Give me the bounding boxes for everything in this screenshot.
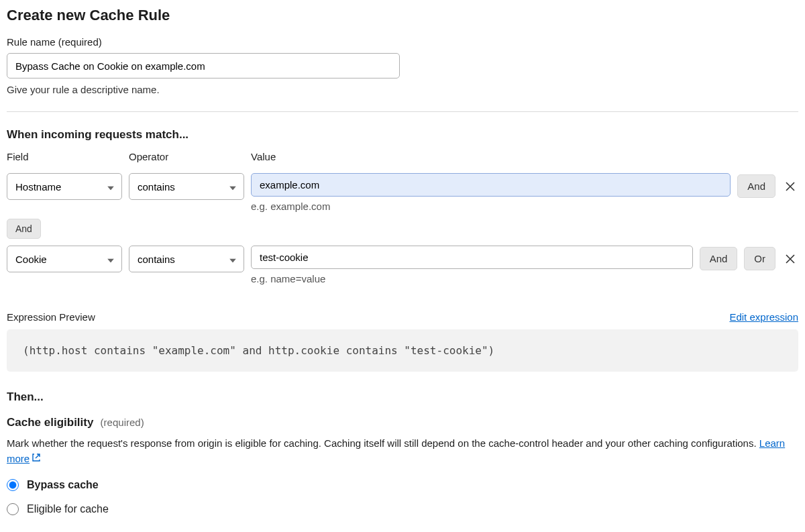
external-link-icon [32,451,41,467]
field-select-0[interactable]: Hostname [7,173,122,200]
value-column-header: Value [251,151,798,162]
and-button-0[interactable]: And [737,174,775,198]
eligible-cache-label[interactable]: Eligible for cache [27,503,109,515]
required-tag: (required) [101,417,144,428]
cache-eligibility-title: Cache eligibility [7,416,93,429]
operator-select-1[interactable]: contains [129,246,244,272]
field-column-header: Field [7,151,122,162]
operator-column-header: Operator [129,151,244,162]
operator-select-0[interactable]: contains [129,173,244,200]
connector-and-button[interactable]: And [7,219,41,239]
close-icon [785,254,796,264]
value-hint-1: e.g. name=value [251,273,693,284]
rule-name-input[interactable] [7,53,400,78]
eligible-cache-radio[interactable] [7,503,19,515]
bypass-cache-radio[interactable] [7,479,19,491]
field-select-1[interactable]: Cookie [7,246,122,272]
value-input-1[interactable] [251,246,693,269]
remove-row-0[interactable] [782,178,798,195]
rule-name-label: Rule name (required) [7,36,798,48]
edit-expression-link[interactable]: Edit expression [729,311,798,323]
remove-row-1[interactable] [782,251,798,267]
then-heading: Then... [7,390,798,404]
divider [7,111,798,112]
match-heading: When incoming requests match... [7,128,798,142]
or-button-1[interactable]: Or [744,247,775,270]
close-icon [785,181,796,192]
bypass-cache-label[interactable]: Bypass cache [27,479,99,491]
expression-preview-label: Expression Preview [7,311,95,323]
page-title: Create new Cache Rule [7,7,798,24]
eligibility-description: Mark whether the request's response from… [7,436,798,467]
rule-name-hint: Give your rule a descriptive name. [7,84,798,95]
expression-preview-box: (http.host contains "example.com" and ht… [7,329,798,372]
value-hint-0: e.g. example.com [251,201,731,212]
value-input-0[interactable] [251,173,731,197]
and-button-1[interactable]: And [700,247,738,270]
